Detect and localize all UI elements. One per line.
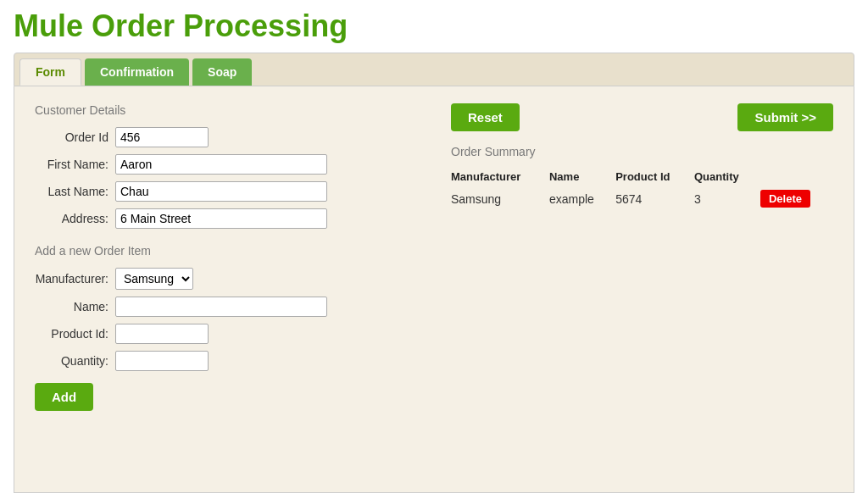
manufacturer-row: Manufacturer: Samsung Apple LG Sony (35, 268, 417, 290)
submit-button[interactable]: Submit >> (737, 103, 833, 131)
address-input[interactable] (115, 208, 327, 229)
tabs-bar: Form Confirmation Soap (14, 53, 854, 86)
col-manufacturer: Manufacturer (451, 167, 549, 186)
quantity-input[interactable] (115, 351, 209, 371)
col-quantity: Quantity (694, 167, 760, 186)
product-id-input[interactable] (115, 324, 209, 344)
last-name-row: Last Name: (35, 181, 417, 202)
first-name-label: First Name: (35, 158, 115, 171)
col-actions (760, 167, 833, 186)
row-product-id: 5674 (615, 186, 694, 211)
address-label: Address: (35, 212, 115, 225)
tab-soap[interactable]: Soap (192, 58, 252, 86)
order-id-row: Order Id (35, 127, 417, 147)
last-name-label: Last Name: (35, 185, 115, 198)
row-delete-cell: Delete (760, 186, 833, 211)
col-product-id: Product Id (615, 167, 694, 186)
item-name-input[interactable] (115, 297, 327, 317)
order-summary-label: Order Summary (451, 145, 833, 158)
col-name: Name (549, 167, 615, 186)
customer-details-label: Customer Details (35, 103, 417, 117)
right-column: Reset Submit >> Order Summary Manufactur… (442, 103, 833, 411)
manufacturer-select[interactable]: Samsung Apple LG Sony (115, 268, 193, 290)
manufacturer-label: Manufacturer: (35, 272, 115, 286)
delete-button[interactable]: Delete (760, 190, 810, 208)
order-id-label: Order Id (35, 130, 115, 144)
item-name-label: Name: (35, 300, 115, 313)
last-name-input[interactable] (115, 181, 327, 202)
page-title: Mule Order Processing (14, 8, 854, 44)
item-name-row: Name: (35, 297, 417, 317)
tab-form[interactable]: Form (19, 58, 81, 86)
add-btn-row: Add (35, 383, 417, 411)
order-id-input[interactable] (115, 127, 209, 147)
table-header-row: Manufacturer Name Product Id Quantity (451, 167, 833, 186)
quantity-row: Quantity: (35, 351, 417, 371)
product-id-row: Product Id: (35, 324, 417, 344)
main-content: Customer Details Order Id First Name: La… (14, 86, 854, 493)
product-id-label: Product Id: (35, 327, 115, 341)
row-name: example (549, 186, 615, 211)
first-name-input[interactable] (115, 154, 327, 175)
reset-button[interactable]: Reset (451, 103, 520, 131)
row-quantity: 3 (694, 186, 760, 211)
tab-confirmation[interactable]: Confirmation (85, 58, 189, 86)
table-row: Samsung example 5674 3 Delete (451, 186, 833, 211)
row-manufacturer: Samsung (451, 186, 549, 211)
add-button[interactable]: Add (35, 383, 93, 411)
order-table: Manufacturer Name Product Id Quantity Sa… (451, 167, 833, 211)
first-name-row: First Name: (35, 154, 417, 175)
left-column: Customer Details Order Id First Name: La… (35, 103, 442, 411)
add-order-item-label: Add a new Order Item (35, 244, 417, 258)
address-row: Address: (35, 208, 417, 229)
quantity-label: Quantity: (35, 354, 115, 368)
header-actions: Reset Submit >> (451, 103, 833, 131)
